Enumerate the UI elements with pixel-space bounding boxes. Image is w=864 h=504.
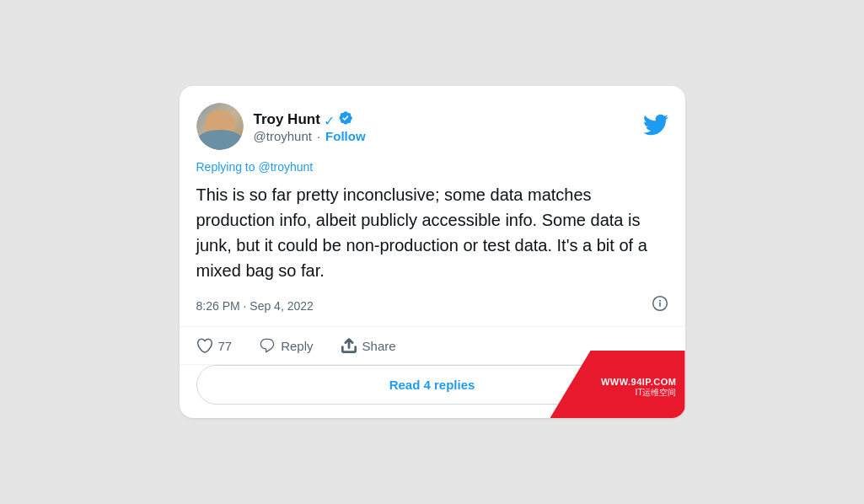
reply-icon [259, 337, 276, 354]
watermark-line1: WWW.94IP.COM [601, 377, 677, 387]
avatar [196, 103, 244, 150]
handle-row: @troyhunt · Follow [254, 129, 366, 143]
heart-icon [196, 337, 213, 354]
like-count: 77 [218, 339, 233, 353]
name-row: Troy Hunt ✓ [254, 110, 366, 129]
tweet-text: This is so far pretty inconclusive; some… [196, 182, 668, 283]
timestamp-row: 8:26 PM · Sep 4, 2022 [196, 295, 668, 326]
watermark-line2: IT运维空间 [636, 387, 677, 399]
avatar-body [196, 130, 244, 150]
reply-label: Reply [281, 339, 313, 353]
share-icon [341, 337, 357, 354]
user-handle: @troyhunt [254, 129, 312, 143]
info-icon[interactable] [652, 295, 668, 316]
display-name: Troy Hunt [254, 111, 320, 128]
tweet-timestamp: 8:26 PM · Sep 4, 2022 [196, 299, 314, 313]
replying-to: Replying to @troyhunt [196, 160, 668, 174]
follow-button[interactable]: Follow [325, 129, 366, 143]
verified-icon: ✓ [324, 110, 353, 129]
tweet-header: Troy Hunt ✓ @troyhunt · Follow [196, 103, 668, 150]
header-left: Troy Hunt ✓ @troyhunt · Follow [196, 103, 366, 150]
verified-checkmark [338, 110, 353, 126]
twitter-logo [643, 112, 668, 141]
share-label: Share [362, 339, 396, 353]
share-action[interactable]: Share [341, 337, 396, 354]
separator-dot: · [317, 129, 320, 143]
tweet-card: Troy Hunt ✓ @troyhunt · Follow [180, 86, 685, 418]
like-action[interactable]: 77 [196, 337, 233, 354]
user-info: Troy Hunt ✓ @troyhunt · Follow [254, 110, 366, 143]
avatar-image [196, 103, 244, 150]
reply-action[interactable]: Reply [259, 337, 313, 354]
